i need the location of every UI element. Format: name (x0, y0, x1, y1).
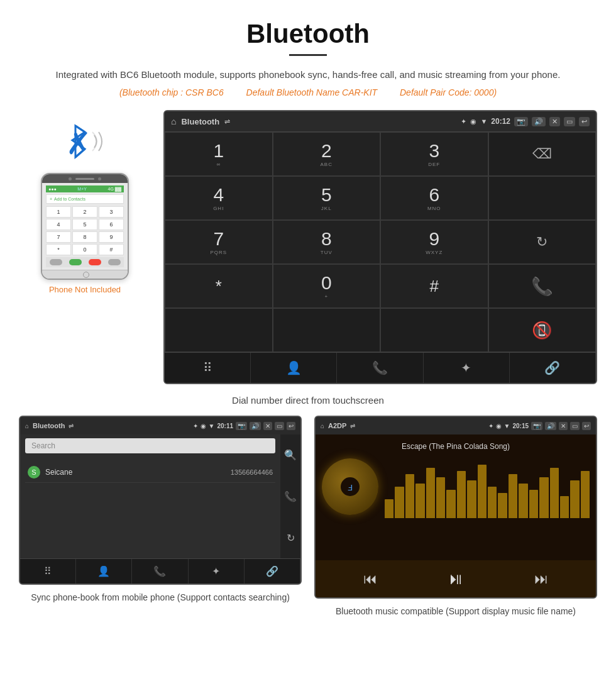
pb-nav-phone[interactable]: 📞 (132, 559, 188, 584)
backspace-icon[interactable]: ⌫ (532, 146, 552, 162)
dial-key-2[interactable]: 2 ABC (273, 132, 381, 176)
dial-cell-empty-2 (488, 176, 597, 220)
end-call-icon[interactable]: 📵 (532, 321, 552, 340)
nav-bluetooth[interactable]: ✦ (424, 353, 510, 383)
window-icon-btn: ▭ (564, 117, 575, 126)
pb-close-icon: ✕ (263, 422, 272, 430)
eq-bar (488, 487, 497, 518)
eq-bar (415, 484, 424, 518)
eq-bar (529, 490, 538, 518)
dial-key-9[interactable]: 9 WXYZ (380, 220, 488, 264)
prev-track-icon[interactable]: ⏮ (363, 571, 377, 587)
contact-phone: 13566664466 (231, 468, 273, 476)
pb-home-icon: ⌂ (25, 423, 29, 429)
dial-cell-bottom-1 (165, 308, 273, 352)
dial-key-star[interactable]: * (165, 264, 273, 308)
dial-cell-call: 📞 (488, 264, 597, 308)
dial-number-3: 3 (429, 141, 439, 160)
phone-btn-right (108, 259, 121, 265)
dial-number-4: 4 (213, 185, 224, 204)
eq-bar (519, 484, 527, 518)
dial-cell-empty-backspace: ⌫ (488, 132, 597, 176)
android-nav-bar: ⠿ 👤 📞 ✦ 🔗 (165, 352, 596, 383)
phone-key-1: 1 (46, 206, 71, 218)
mus-title: A2DP (328, 422, 346, 429)
music-main-area: ⅎ (316, 458, 596, 521)
eq-bar (560, 496, 569, 518)
eq-bar (509, 474, 517, 518)
dial-number-7: 7 (213, 230, 224, 248)
mus-wifi-icon: ▼ (504, 423, 510, 429)
pb-nav-bluetooth[interactable]: ✦ (189, 559, 245, 584)
call-green-icon[interactable]: 📞 (531, 276, 553, 297)
dial-key-3[interactable]: 3 DEF (380, 132, 488, 176)
contact-list-wrap: Search S Seicane 13566664466 🔍 📞 (20, 434, 300, 558)
dial-letters-9: WXYZ (426, 250, 443, 255)
next-track-icon[interactable]: ⏭ (534, 571, 548, 587)
dial-number-5: 5 (321, 185, 332, 204)
nav-dialpad[interactable]: ⠿ (165, 353, 251, 383)
dial-letters-1: ∞ (216, 162, 221, 167)
phone-key-2: 2 (72, 206, 97, 218)
pb-usb-icon: ⇌ (69, 423, 74, 429)
nav-link[interactable]: 🔗 (510, 353, 596, 383)
search-bar[interactable]: Search (25, 438, 275, 453)
phone-key-6: 6 (99, 219, 124, 230)
eq-bar (498, 493, 507, 518)
bluetooth-icon-wrap: ✗ (60, 123, 110, 167)
nav-contacts[interactable]: 👤 (251, 353, 337, 383)
eq-bar (550, 468, 559, 518)
pb-win-icon: ▭ (275, 422, 284, 430)
eq-bar (478, 465, 487, 518)
dial-number-1: 1 (213, 141, 224, 160)
dial-key-6[interactable]: 6 MNO (380, 176, 488, 220)
phone-add-contact: + Add to Contacts (46, 194, 124, 204)
contact-list-main: Search S Seicane 13566664466 (20, 434, 280, 558)
dial-letters-4: GHI (213, 206, 224, 211)
eq-bar (581, 471, 590, 518)
pb-time: 20:11 (217, 423, 233, 429)
pb-nav-dialpad[interactable]: ⠿ (20, 559, 76, 584)
equalizer (385, 465, 590, 521)
search-side-icon[interactable]: 🔍 (284, 449, 297, 461)
dial-cell-end-call: 📵 (488, 308, 597, 352)
dial-key-hash[interactable]: # (380, 264, 488, 308)
refresh-icon[interactable]: ↻ (536, 234, 547, 250)
refresh-side-icon[interactable]: ↻ (287, 532, 295, 544)
pb-nav-contacts[interactable]: 👤 (76, 559, 132, 584)
dial-key-5[interactable]: 5 JKL (273, 176, 381, 220)
dial-number-2: 2 (321, 141, 332, 160)
music-song-title: Escape (The Pina Colada Song) (402, 442, 510, 451)
play-pause-icon[interactable]: ⏯ (448, 569, 464, 589)
pb-vol-icon: 🔊 (250, 422, 261, 430)
spec-code: Default Pair Code: 0000) (400, 87, 497, 97)
dial-key-4[interactable]: 4 GHI (165, 176, 273, 220)
phonebook-nav-bar: ⠿ 👤 📞 ✦ 🔗 (20, 558, 300, 584)
mus-usb-icon: ⇌ (350, 423, 355, 429)
mus-close-icon: ✕ (559, 422, 568, 430)
phone-key-3: 3 (99, 206, 124, 218)
nav-phone[interactable]: 📞 (337, 353, 423, 383)
usb-icon: ⇌ (224, 118, 230, 126)
back-icon-btn: ↩ (579, 117, 590, 126)
dial-number-6: 6 (429, 185, 439, 204)
dial-key-8[interactable]: 8 TUV (273, 220, 381, 264)
eq-bar (405, 474, 414, 518)
home-circle (83, 272, 89, 278)
call-side-icon[interactable]: 📞 (284, 490, 297, 502)
phonebook-status-bar: ⌂ Bluetooth ⇌ ✦ ◉ ▼ 20:11 📷 🔊 ✕ ▭ ↩ (20, 417, 300, 434)
dial-number-9: 9 (429, 230, 439, 248)
dial-key-7[interactable]: 7 PQRS (165, 220, 273, 264)
pb-nav-link[interactable]: 🔗 (245, 559, 300, 584)
contact-empty-area (20, 483, 280, 558)
phone-btn-left (50, 259, 62, 265)
music-caption: Bluetooth music compatible (Support disp… (336, 605, 576, 618)
dial-key-0[interactable]: 0 + (273, 264, 381, 308)
album-art-inner: ⅎ (341, 477, 360, 496)
dial-key-1[interactable]: 1 ∞ (165, 132, 273, 176)
phone-btn-end (89, 259, 101, 265)
phone-key-8: 8 (72, 231, 97, 243)
phone-container: ✗ ●●●M+Y4G ▓▓ (19, 110, 151, 294)
mus-back-icon: ↩ (582, 422, 591, 430)
status-time: 20:12 (491, 117, 510, 126)
